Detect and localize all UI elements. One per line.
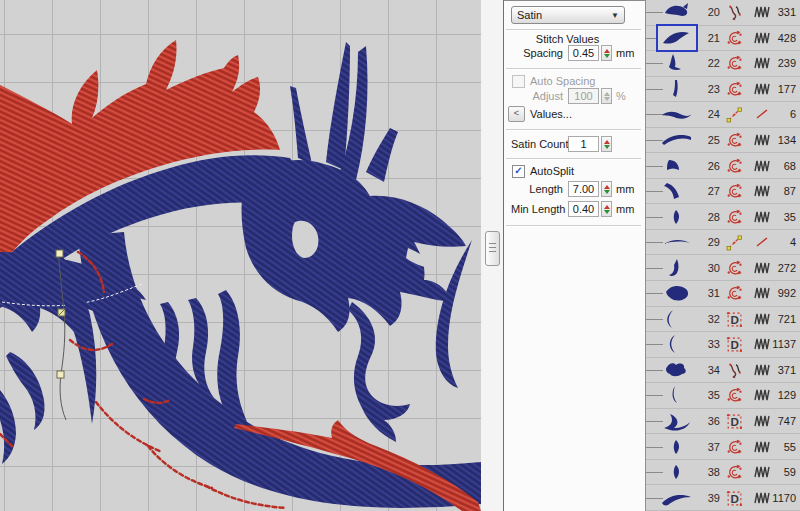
auto-spacing-checkbox[interactable] xyxy=(512,75,525,88)
satin-count-input[interactable]: 1 xyxy=(568,136,599,152)
satin-stitch-type-icon[interactable] xyxy=(726,183,744,199)
fill-stitch-type-icon[interactable]: D xyxy=(726,490,744,506)
satin-stitch-type-icon[interactable] xyxy=(726,132,744,148)
dragon-spike-small-right xyxy=(366,128,398,182)
object-thumbnail[interactable] xyxy=(658,281,696,305)
fill-stitch-type-icon[interactable]: D xyxy=(726,311,744,327)
object-list-row[interactable]: 31 992 xyxy=(646,281,800,307)
satin-stitch-type-icon[interactable] xyxy=(726,439,744,455)
fill-stitch-type-icon[interactable]: D xyxy=(726,336,744,352)
run-stitch-type-icon[interactable] xyxy=(726,106,744,122)
object-list-row[interactable]: 24 6 xyxy=(646,102,800,128)
stitch-count: 747 xyxy=(762,415,796,427)
satin-stitch-type-icon[interactable] xyxy=(726,81,744,97)
stitch-count: 35 xyxy=(762,211,796,223)
object-list-row[interactable]: 22 239 xyxy=(646,51,800,77)
object-thumbnail[interactable] xyxy=(658,460,696,484)
satin-stitch-type-icon[interactable] xyxy=(726,209,744,225)
object-list-row[interactable]: 27 87 xyxy=(646,179,800,205)
fill-stitch-type-icon[interactable]: D xyxy=(726,413,744,429)
object-thumbnail[interactable] xyxy=(658,332,696,356)
length-input[interactable]: 7.00 xyxy=(568,181,599,197)
object-thumbnail[interactable] xyxy=(658,128,696,152)
adjust-spinner[interactable] xyxy=(601,88,612,104)
spacing-unit: mm xyxy=(616,47,634,59)
length-spinner[interactable] xyxy=(601,181,612,197)
node-handle-1[interactable] xyxy=(56,250,63,257)
object-list-row[interactable]: 21 428 xyxy=(646,26,800,52)
satin-stitch-type-icon[interactable] xyxy=(726,55,744,71)
object-list-row[interactable]: 30 272 xyxy=(646,255,800,281)
object-list-row[interactable]: 39 D 1170 xyxy=(646,485,800,511)
satin-stitch-type-icon[interactable] xyxy=(726,158,744,174)
object-thumbnail[interactable] xyxy=(658,26,696,50)
object-thumbnail[interactable] xyxy=(658,486,696,510)
dragon-claw-left-2 xyxy=(0,390,16,464)
object-list-row[interactable]: 23 177 xyxy=(646,77,800,103)
satin-stitch-type-icon[interactable] xyxy=(726,30,744,46)
design-canvas[interactable] xyxy=(0,0,481,511)
object-number: 26 xyxy=(698,160,720,172)
autosplit-row: ✓ AutoSplit xyxy=(512,164,574,178)
stitch-count: 721 xyxy=(762,313,796,325)
stitch-count: 134 xyxy=(762,134,796,146)
adjust-row: Adjust 100 % xyxy=(511,88,626,104)
object-thumbnail[interactable] xyxy=(658,435,696,459)
object-list-row[interactable]: 28 35 xyxy=(646,204,800,230)
object-list-row[interactable]: 34 371 xyxy=(646,358,800,384)
splitter-drag-handle[interactable] xyxy=(485,231,500,266)
object-list-row[interactable]: 25 134 xyxy=(646,128,800,154)
object-list-row[interactable]: 26 68 xyxy=(646,153,800,179)
object-list-row[interactable]: 20 331 xyxy=(646,0,800,26)
values-button-label[interactable]: Values... xyxy=(530,108,572,120)
object-list-row[interactable]: 32 D 721 xyxy=(646,307,800,333)
stitch-count: 992 xyxy=(762,287,796,299)
object-thumbnail[interactable] xyxy=(658,51,696,75)
satin-stitch-type-icon[interactable] xyxy=(726,387,744,403)
branch-stitch-type-icon[interactable] xyxy=(726,4,744,20)
object-thumbnail[interactable] xyxy=(658,154,696,178)
node-handle-3[interactable] xyxy=(57,371,64,378)
object-thumbnail[interactable] xyxy=(658,383,696,407)
stitch-type-dropdown[interactable]: Satin ▼ xyxy=(511,6,625,24)
adjust-input[interactable]: 100 xyxy=(568,88,599,104)
object-thumbnail[interactable] xyxy=(658,230,696,254)
stitch-type-value: Satin xyxy=(517,9,542,21)
satin-count-spinner[interactable] xyxy=(601,136,612,152)
satin-stitch-type-icon[interactable] xyxy=(726,464,744,480)
run-stitch-type-icon[interactable] xyxy=(726,234,744,250)
branch-stitch-type-icon[interactable] xyxy=(726,362,744,378)
object-thumbnail[interactable] xyxy=(658,0,696,24)
values-collapse-button[interactable]: < xyxy=(508,106,525,122)
svg-text:D: D xyxy=(730,338,738,351)
object-thumbnail[interactable] xyxy=(658,409,696,433)
object-number: 32 xyxy=(698,313,720,325)
object-list-row[interactable]: 38 59 xyxy=(646,460,800,486)
object-list-row[interactable]: 35 129 xyxy=(646,383,800,409)
object-thumbnail[interactable] xyxy=(658,102,696,126)
object-thumbnail[interactable] xyxy=(658,205,696,229)
object-number: 36 xyxy=(698,415,720,427)
length-row: Length 7.00 mm xyxy=(511,181,634,197)
object-thumbnail[interactable] xyxy=(658,77,696,101)
spacing-input[interactable]: 0.45 xyxy=(568,45,599,61)
satin-stitch-type-icon[interactable] xyxy=(726,260,744,276)
spacing-spinner[interactable] xyxy=(601,45,612,61)
object-thumbnail[interactable] xyxy=(658,307,696,331)
object-thumbnail[interactable] xyxy=(658,179,696,203)
satin-stitch-type-icon[interactable] xyxy=(726,285,744,301)
stitch-count: 55 xyxy=(762,441,796,453)
object-list-row[interactable]: 33 D 1137 xyxy=(646,332,800,358)
autosplit-checkbox[interactable]: ✓ xyxy=(512,165,525,178)
min-length-input[interactable]: 0.40 xyxy=(568,201,599,217)
object-list-row[interactable]: 36 D 747 xyxy=(646,409,800,435)
object-thumbnail[interactable] xyxy=(658,256,696,280)
min-length-spinner[interactable] xyxy=(601,201,612,217)
object-list-row[interactable]: 29 4 xyxy=(646,230,800,256)
object-thumbnail[interactable] xyxy=(658,358,696,382)
object-list-panel: 20 331 21 428 22 239 23 177 xyxy=(645,0,800,511)
object-number: 28 xyxy=(698,211,720,223)
object-number: 23 xyxy=(698,83,720,95)
object-list-row[interactable]: 37 55 xyxy=(646,434,800,460)
svg-text:D: D xyxy=(730,491,738,504)
